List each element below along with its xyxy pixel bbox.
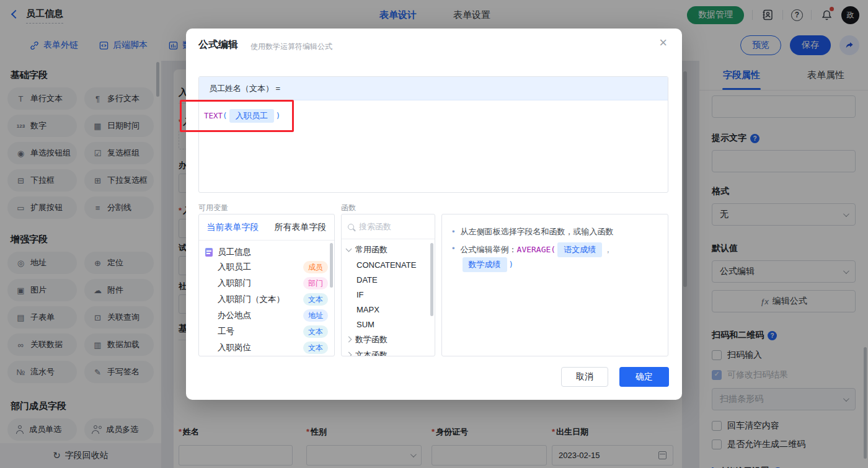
formula-editor[interactable]: 员工姓名（文本） = TEXT(入职员工) <box>198 76 668 193</box>
formula-edit-modal: 公式编辑 使用数学运算符编辑公式 × 员工姓名（文本） = TEXT(入职员工)… <box>186 29 682 400</box>
modal-title: 公式编辑 <box>198 38 238 51</box>
variables-label: 可用变量 <box>198 203 228 213</box>
function-search[interactable] <box>342 214 435 239</box>
function-group-math[interactable]: 数学函数 <box>342 332 435 347</box>
modal-subtitle: 使用数学运算符编辑公式 <box>250 42 332 52</box>
formula-expression[interactable]: TEXT(入职员工) <box>199 100 668 131</box>
search-icon <box>348 224 354 230</box>
confirm-button[interactable]: 确定 <box>619 367 669 387</box>
function-item[interactable]: IF <box>342 287 435 302</box>
tip-line: 从左侧面板选择字段名和函数，或输入函数 <box>452 226 658 238</box>
chevron-right-icon <box>346 352 352 356</box>
type-tag: 文本 <box>303 293 328 306</box>
function-item[interactable]: DATE <box>342 272 435 287</box>
variables-scrollbar[interactable] <box>330 243 333 288</box>
formula-result-label: 员工姓名（文本） = <box>199 77 668 100</box>
chevron-right-icon <box>346 337 352 343</box>
function-item[interactable]: MAPX <box>342 302 435 317</box>
function-search-input[interactable] <box>359 222 421 231</box>
tab-current-form-fields[interactable]: 当前表单字段 <box>199 214 267 240</box>
example-function: AVERAGE( <box>517 245 556 254</box>
functions-scrollbar[interactable] <box>430 243 433 316</box>
functions-panel: 常用函数 CONCATENATE DATE IF MAPX SUM 数学函数 文… <box>341 214 435 356</box>
type-tag: 部门 <box>303 277 328 289</box>
variables-panel: 当前表单字段 所有表单字段 员工信息 入职员工 成员 入职部门 部门 入职部门（… <box>198 214 335 356</box>
function-item[interactable]: CONCATENATE <box>342 257 435 272</box>
example-token: 语文成绩 <box>557 242 602 257</box>
variable-row[interactable]: 入职部门（文本） 文本 <box>199 291 334 307</box>
form-doc-icon <box>205 248 213 257</box>
function-group-text[interactable]: 文本函数 <box>342 347 435 356</box>
functions-label: 函数 <box>341 203 356 213</box>
cancel-button[interactable]: 取消 <box>561 367 608 387</box>
variable-row[interactable]: 工号 文本 <box>199 324 334 340</box>
type-tag: 文本 <box>303 342 328 354</box>
tips-panel: 从左侧面板选择字段名和函数，或输入函数 公式编辑举例：AVERAGE(语文成绩，… <box>441 214 668 356</box>
example-token: 数学成绩 <box>463 257 507 272</box>
tab-all-form-fields[interactable]: 所有表单字段 <box>267 214 334 240</box>
tip-example-line: 公式编辑举例：AVERAGE(语文成绩，数学成绩) <box>452 242 658 272</box>
app-root: 员工信息 表单设计 表单设置 数据管理 ? <box>0 0 868 468</box>
variables-tabs: 当前表单字段 所有表单字段 <box>199 214 334 241</box>
type-tag: 文本 <box>303 325 328 338</box>
function-keyword: TEXT <box>204 111 223 120</box>
variable-row[interactable]: 入职员工 成员 <box>199 259 334 275</box>
type-tag: 地址 <box>303 309 328 322</box>
function-group-common[interactable]: 常用函数 <box>342 242 435 257</box>
variable-row[interactable]: 入职岗位 文本 <box>199 340 334 356</box>
function-item[interactable]: SUM <box>342 317 435 332</box>
type-tag: 成员 <box>303 261 328 273</box>
field-token[interactable]: 入职员工 <box>229 109 274 123</box>
chevron-down-icon <box>346 245 352 252</box>
form-node[interactable]: 员工信息 <box>199 241 334 259</box>
variable-row[interactable]: 入职部门 部门 <box>199 275 334 291</box>
close-icon[interactable]: × <box>659 36 667 50</box>
variable-row[interactable]: 办公地点 地址 <box>199 307 334 324</box>
